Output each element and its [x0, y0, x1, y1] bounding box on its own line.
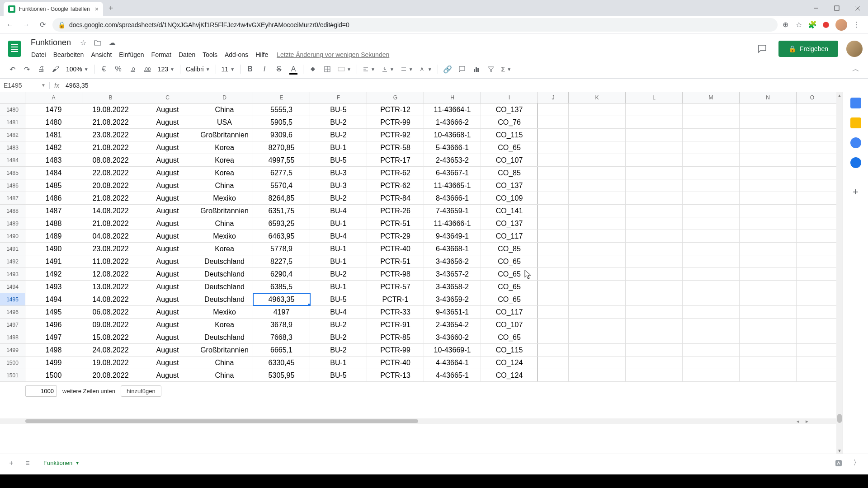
cell[interactable]: 04.08.2022 [82, 230, 139, 242]
cell[interactable]: CO_109 [481, 192, 538, 204]
row-header[interactable]: 1498 [0, 331, 25, 343]
column-header-C[interactable]: C [139, 92, 196, 103]
new-tab-button[interactable]: + [103, 4, 119, 13]
cell[interactable] [797, 116, 828, 128]
menu-add-ons[interactable]: Add-ons [222, 49, 251, 60]
cell[interactable] [569, 179, 626, 192]
cell[interactable] [797, 230, 828, 242]
cell[interactable]: 3-43656-2 [424, 255, 481, 267]
cell[interactable]: August [139, 217, 196, 230]
hscroll-left-button[interactable]: ◄ [794, 418, 802, 424]
column-header-I[interactable]: I [481, 92, 538, 103]
cell[interactable]: 1492 [25, 268, 82, 280]
cell[interactable]: 1484 [25, 167, 82, 179]
cell[interactable]: August [139, 306, 196, 318]
cell[interactable]: 22.08.2022 [82, 167, 139, 179]
cell[interactable]: BU-2 [310, 116, 367, 128]
functions-button[interactable]: Σ▼ [499, 66, 514, 73]
cell[interactable] [683, 230, 740, 242]
cell[interactable]: 09.08.2022 [82, 319, 139, 331]
cell[interactable] [683, 154, 740, 166]
cell[interactable]: August [139, 243, 196, 255]
cell[interactable] [626, 154, 683, 166]
cell[interactable] [740, 230, 797, 242]
cell[interactable] [569, 103, 626, 116]
cell[interactable]: USA [196, 116, 253, 128]
row-header[interactable]: 1493 [0, 268, 25, 280]
cell[interactable]: BU-5 [310, 154, 367, 166]
cell[interactable] [626, 129, 683, 141]
cell[interactable] [626, 306, 683, 318]
row-header[interactable]: 1499 [0, 344, 25, 356]
cell[interactable]: BU-2 [310, 129, 367, 141]
cell[interactable] [797, 268, 828, 280]
spreadsheet-grid[interactable]: ABCDEFGHIJKLMNO 1480147919.08.2022August… [0, 92, 836, 454]
cell[interactable] [740, 116, 797, 128]
menu-tools[interactable]: Tools [199, 49, 221, 60]
cell[interactable] [538, 281, 569, 293]
currency-button[interactable]: € [97, 63, 111, 75]
cell[interactable]: 8270,85 [253, 141, 310, 154]
cell[interactable]: 1489 [25, 230, 82, 242]
cell[interactable]: CO_85 [481, 167, 538, 179]
cell[interactable]: Großbritannien [196, 129, 253, 141]
cell[interactable] [740, 319, 797, 331]
cell[interactable] [538, 116, 569, 128]
cell[interactable]: BU-2 [310, 331, 367, 343]
cell[interactable]: CO_115 [481, 344, 538, 356]
cell[interactable] [797, 293, 828, 305]
cell[interactable] [538, 230, 569, 242]
cell[interactable] [538, 293, 569, 305]
cell[interactable]: CO_117 [481, 306, 538, 318]
account-avatar[interactable] [846, 41, 863, 57]
row-header[interactable]: 1484 [0, 154, 25, 166]
cell[interactable]: 1487 [25, 205, 82, 217]
text-wrap-button[interactable]: ▼ [398, 66, 416, 72]
cell[interactable] [797, 205, 828, 217]
cell[interactable] [538, 167, 569, 179]
font-select[interactable]: Calibri▼ [183, 66, 213, 73]
row-header[interactable]: 1485 [0, 167, 25, 179]
cell[interactable]: 8264,85 [253, 192, 310, 204]
cell[interactable]: Mexiko [196, 230, 253, 242]
cell[interactable] [797, 103, 828, 116]
cell[interactable]: August [139, 103, 196, 116]
cell[interactable] [569, 116, 626, 128]
cell[interactable]: PCTR-62 [367, 167, 424, 179]
font-size-select[interactable]: 11▼ [219, 66, 237, 73]
cell[interactable]: 1485 [25, 179, 82, 192]
cell[interactable]: PCTR-1 [367, 293, 424, 305]
cell[interactable] [538, 217, 569, 230]
cell[interactable] [683, 243, 740, 255]
cell[interactable] [683, 205, 740, 217]
cell[interactable]: PCTR-12 [367, 103, 424, 116]
cell[interactable] [626, 230, 683, 242]
cell[interactable] [538, 306, 569, 318]
cell[interactable]: 4-43664-1 [424, 357, 481, 369]
cell[interactable] [538, 331, 569, 343]
cell[interactable]: 9309,6 [253, 129, 310, 141]
cell[interactable] [626, 344, 683, 356]
row-header[interactable]: 1501 [0, 369, 25, 381]
cell[interactable]: August [139, 344, 196, 356]
cell[interactable]: Korea [196, 167, 253, 179]
cell[interactable]: 23.08.2022 [82, 129, 139, 141]
cell[interactable]: 6290,4 [253, 268, 310, 280]
side-panel-toggle-button[interactable]: 〉 [850, 456, 863, 470]
address-bar[interactable]: 🔒 docs.google.com/spreadsheets/d/1NQxJGA… [52, 18, 778, 32]
zoom-select[interactable]: 100%▼ [63, 66, 91, 73]
cell[interactable]: PCTR-99 [367, 344, 424, 356]
row-header[interactable]: 1496 [0, 306, 25, 318]
cell[interactable]: Großbritannien [196, 344, 253, 356]
cell[interactable] [740, 357, 797, 369]
cell[interactable] [569, 141, 626, 154]
cell[interactable] [740, 243, 797, 255]
star-icon[interactable]: ☆ [795, 21, 803, 29]
cell[interactable]: Deutschland [196, 255, 253, 267]
cell[interactable]: Korea [196, 154, 253, 166]
cell[interactable]: PCTR-57 [367, 281, 424, 293]
percent-button[interactable]: % [112, 63, 125, 75]
column-header-L[interactable]: L [626, 92, 683, 103]
cell[interactable] [538, 154, 569, 166]
fill-color-button[interactable] [306, 63, 320, 75]
